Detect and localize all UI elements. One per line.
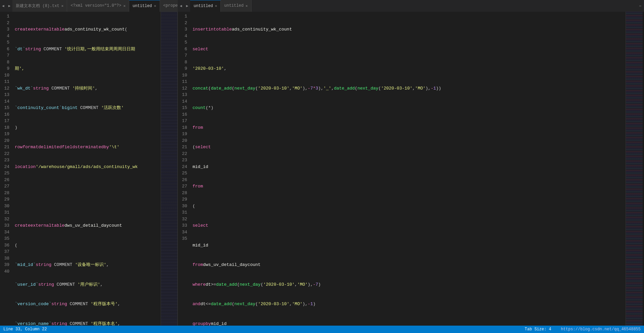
website-link: https://blog.csdn.net/qq_46548855 <box>561 327 641 332</box>
left-nav-next[interactable]: ▶ <box>6 0 13 12</box>
right-line-numbers: 12345 678910 1112131415 1617181920 21222… <box>178 12 190 326</box>
tab-untitled-left[interactable]: untitled ✕ <box>129 0 160 12</box>
right-minimap <box>626 12 644 326</box>
left-code-area: 12345 678910 1112131415 1617181920 21222… <box>0 12 177 326</box>
tab-untitled-right-2[interactable]: untitled ✕ <box>221 0 251 12</box>
right-code-content[interactable]: insert into table ads_continuity_wk_coun… <box>190 12 626 326</box>
tab-bar-left: ◀ ▶ 新建文本文档 (8).txt ✕ <?xml version="1.0"… <box>0 0 178 12</box>
close-icon[interactable]: ✕ <box>215 4 217 8</box>
tab-bar-right: ◀ ▶ untitled ✕ untitled ✕ ⋯ <box>178 0 644 12</box>
status-right: Tab Size: 4 https://blog.csdn.net/qq_465… <box>525 327 641 332</box>
right-code-area: 12345 678910 1112131415 1617181920 21222… <box>178 12 644 326</box>
cursor-position: Line 33, Column 22 <box>3 327 47 332</box>
right-controls[interactable]: ⋯ <box>636 4 644 8</box>
tab-xml[interactable]: <?xml version="1.0"?> ✕ <box>67 0 129 12</box>
tab-size: Tab Size: 4 <box>525 327 551 332</box>
left-pane: 12345 678910 1112131415 1617181920 21222… <box>0 12 178 326</box>
left-line-numbers: 12345 678910 1112131415 1617181920 21222… <box>0 12 12 326</box>
close-icon[interactable]: ✕ <box>154 4 156 8</box>
left-minimap <box>161 12 177 326</box>
editor-container: 12345 678910 1112131415 1617181920 21222… <box>0 12 644 326</box>
right-nav-next[interactable]: ▶ <box>184 0 191 12</box>
tab-label: untitled <box>224 3 244 8</box>
close-icon[interactable]: ✕ <box>246 4 248 8</box>
status-left: Line 33, Column 22 <box>3 327 525 332</box>
tab-label: <?xml version="1.0"?> <box>70 3 121 8</box>
tab-bar: ◀ ▶ 新建文本文档 (8).txt ✕ <?xml version="1.0"… <box>0 0 644 12</box>
right-pane: 12345 678910 1112131415 1617181920 21222… <box>178 12 644 326</box>
tab-untitled-right-1[interactable]: untitled ✕ <box>190 0 221 12</box>
right-nav-prev[interactable]: ◀ <box>178 0 184 12</box>
close-icon[interactable]: ✕ <box>123 4 126 8</box>
close-icon[interactable]: ✕ <box>61 4 64 8</box>
tab-new-text[interactable]: 新建文本文档 (8).txt ✕ <box>12 0 67 12</box>
left-code-content[interactable]: create external table ads_continuity_wk_… <box>12 12 161 326</box>
tab-label: untitled <box>132 4 152 8</box>
tab-label: 新建文本文档 (8).txt <box>16 3 59 9</box>
tab-label: untitled <box>194 4 213 8</box>
left-nav-prev[interactable]: ◀ <box>0 0 6 12</box>
status-bar: Line 33, Column 22 Tab Size: 4 https://b… <box>0 326 644 333</box>
